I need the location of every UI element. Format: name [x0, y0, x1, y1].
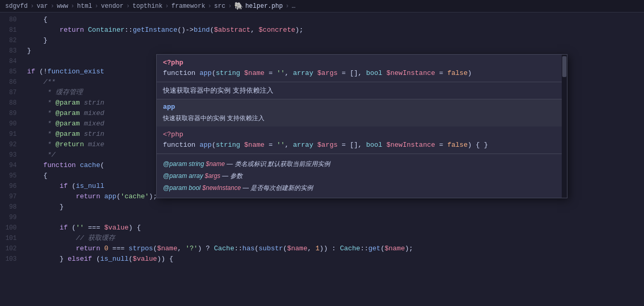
code-editor[interactable]: { return Container::getInstance()->bind(…: [23, 12, 644, 306]
breadcrumb-sep: ›: [30, 3, 34, 10]
breadcrumb-sep: ›: [126, 3, 130, 10]
autocomplete-item-app[interactable]: app 快速获取容器中的实例 支持依赖注入: [157, 99, 567, 126]
line-number: 87: [4, 87, 17, 98]
autocomplete-scrollbar[interactable]: [562, 55, 567, 198]
breadcrumb-sep: ›: [50, 3, 54, 10]
code-line-82: }: [23, 35, 644, 46]
code-line-80: {: [23, 15, 644, 25]
php-file-icon: 🐘: [234, 2, 243, 10]
line-number: 93: [4, 150, 17, 160]
param-line-2: @param array $args — 参数: [163, 171, 561, 181]
line-number: 100: [4, 223, 17, 233]
breadcrumb-item[interactable]: var: [36, 3, 48, 10]
breadcrumb-item[interactable]: html: [77, 3, 92, 10]
line-number: 95: [4, 171, 17, 181]
code-line-100: if ('' === $value) {: [23, 223, 644, 233]
autocomplete-item-label: app: [163, 102, 561, 112]
line-number: 81: [4, 25, 17, 35]
code-line-81: return Container::getInstance()->bind($a…: [23, 25, 644, 35]
line-number: 103: [4, 254, 17, 264]
line-number: 83: [4, 46, 17, 56]
param-line-3: @param bool $newInstance — 是否每次创建新的实例: [163, 183, 561, 193]
breadcrumb-item[interactable]: src: [214, 3, 225, 10]
line-number: 82: [4, 35, 17, 46]
line-number: 85: [4, 67, 17, 77]
autocomplete-item-desc: 快速获取容器中的实例 支持依赖注入: [163, 113, 561, 123]
autocomplete-php-tag: <?php: [163, 58, 561, 68]
line-number: 84: [4, 56, 17, 67]
line-number: 102: [4, 244, 17, 254]
autocomplete-description: 快速获取容器中的实例 支持依赖注入: [157, 82, 567, 99]
breadcrumb-sep: ›: [71, 3, 74, 10]
line-number: 97: [4, 192, 17, 202]
breadcrumb-item[interactable]: topthink: [132, 3, 162, 10]
breadcrumb-sep: ›: [165, 3, 169, 10]
editor-container: 80 81 82 83 84 85 86 87 88 89 90 91 92 9…: [0, 12, 644, 306]
breadcrumb-sep: ›: [228, 3, 232, 10]
autocomplete-dropdown[interactable]: <?php function app(string $name = '', ar…: [156, 54, 567, 198]
code-line-101: // 获取缓存: [23, 233, 644, 244]
line-number: 94: [4, 160, 17, 171]
code-line-99: [23, 212, 644, 223]
line-number: 88: [4, 98, 17, 108]
breadcrumb: sdgvfd › var › www › html › vendor › top…: [0, 0, 644, 12]
breadcrumb-sep: ›: [208, 3, 211, 10]
autocomplete-full-signature: <?php function app(string $name = '', ar…: [157, 126, 567, 154]
breadcrumb-item[interactable]: framework: [171, 3, 205, 10]
breadcrumb-item[interactable]: www: [57, 3, 68, 10]
autocomplete-fn-signature: function app(string $name = '', array $a…: [163, 68, 561, 79]
breadcrumb-item[interactable]: vendor: [101, 3, 123, 10]
breadcrumb-item[interactable]: …: [292, 3, 295, 10]
breadcrumb-item-current[interactable]: helper.php: [245, 3, 283, 10]
breadcrumb-sep: ›: [95, 3, 98, 10]
breadcrumb-sep: ›: [285, 3, 289, 10]
code-line-102: return 0 === strpos($name, '?') ? Cache:…: [23, 244, 644, 254]
code-line-103: } elseif (is_null($value)) {: [23, 254, 644, 264]
line-number: 80: [4, 15, 17, 25]
autocomplete-scroll-thumb[interactable]: [562, 56, 566, 77]
line-number: 101: [4, 233, 17, 244]
autocomplete-params: @param string $name — 类名或标识 默认获取当前应用实例 @…: [157, 154, 567, 198]
line-number: 91: [4, 129, 17, 139]
line-number: 89: [4, 108, 17, 119]
line-number: 99: [4, 212, 17, 223]
autocomplete-header: <?php function app(string $name = '', ar…: [157, 55, 567, 82]
line-number: 92: [4, 139, 17, 150]
param-line-1: @param string $name — 类名或标识 默认获取当前应用实例: [163, 159, 561, 169]
line-number: 96: [4, 181, 17, 192]
line-numbers-gutter: 80 81 82 83 84 85 86 87 88 89 90 91 92 9…: [0, 12, 23, 306]
breadcrumb-item[interactable]: sdgvfd: [5, 3, 28, 10]
code-line-98: }: [23, 202, 644, 212]
line-number: 98: [4, 202, 17, 212]
line-number: 90: [4, 119, 17, 129]
line-number: 86: [4, 77, 17, 87]
